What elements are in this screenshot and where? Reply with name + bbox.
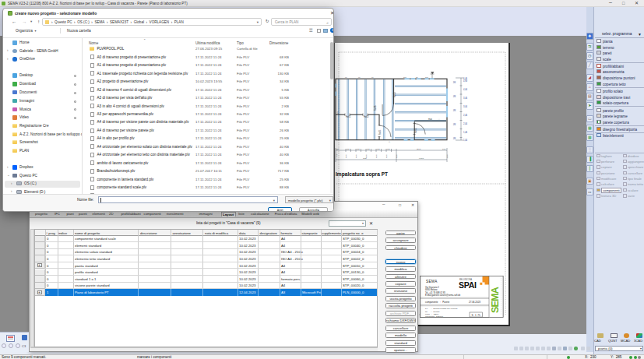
svg-text:Fw05: Fw05 xyxy=(414,128,417,133)
svg-text:4,65: 4,65 xyxy=(355,154,357,158)
svg-text:Impalcatura sopra PT: Impalcatura sopra PT xyxy=(336,171,388,178)
svg-text:4,65: 4,65 xyxy=(375,154,378,158)
svg-text:2,04: 2,04 xyxy=(463,122,468,125)
svg-text:1,46: 1,46 xyxy=(463,131,468,134)
svg-text:S : 1 75: S : 1 75 xyxy=(472,314,481,317)
svg-text:90: 90 xyxy=(358,76,361,78)
svg-text:operazione Gabriele: operazione Gabriele xyxy=(425,315,444,318)
svg-text:27.06.2023: 27.06.2023 xyxy=(469,301,480,304)
svg-text:1,04: 1,04 xyxy=(463,139,468,142)
svg-text:1,45: 1,45 xyxy=(446,154,449,158)
svg-text:C: C xyxy=(337,111,339,114)
svg-text:max: max xyxy=(428,118,433,121)
svg-text:4,65: 4,65 xyxy=(365,154,368,158)
svg-text:58: 58 xyxy=(453,95,456,97)
svg-text:componente : Parete: componente : Parete xyxy=(425,301,450,304)
svg-text:4,65: 4,65 xyxy=(345,154,347,158)
svg-text:101: 101 xyxy=(403,76,406,78)
svg-text:Tel. +41 76 688 02 85: Tel. +41 76 688 02 85 xyxy=(425,291,445,294)
svg-text:4,04: 4,04 xyxy=(463,88,468,91)
svg-text:465: 465 xyxy=(367,148,371,150)
svg-text:465: 465 xyxy=(387,148,391,150)
svg-text:SEMA: SEMA xyxy=(426,280,438,283)
svg-text:Fw06: Fw06 xyxy=(374,105,377,111)
svg-text:Fw04: Fw04 xyxy=(378,129,382,135)
svg-text:7,0: 7,0 xyxy=(336,153,338,157)
svg-text:465: 465 xyxy=(347,148,350,150)
svg-text:58: 58 xyxy=(453,123,456,125)
svg-text:90: 90 xyxy=(371,76,374,78)
svg-text:SPAI: SPAI xyxy=(459,280,477,290)
svg-text:2,46: 2,46 xyxy=(463,114,468,117)
svg-text:△: △ xyxy=(389,141,390,143)
svg-text:465: 465 xyxy=(357,148,361,150)
svg-text:90: 90 xyxy=(345,76,347,78)
svg-text:Fw01: Fw01 xyxy=(346,115,351,118)
svg-text:3,46: 3,46 xyxy=(463,97,468,100)
svg-text:Fw02: Fw02 xyxy=(364,115,369,118)
svg-text:58: 58 xyxy=(453,137,456,139)
svg-text:88: 88 xyxy=(416,76,418,78)
svg-text:Fw03: Fw03 xyxy=(393,92,396,97)
svg-text:145: 145 xyxy=(442,148,446,150)
svg-text:3,04: 3,04 xyxy=(463,105,468,108)
svg-text:SEMA: SEMA xyxy=(490,287,501,313)
svg-text:E-Mail gabriele.vanzini@sema-s: E-Mail gabriele.vanzini@sema-soft.de xyxy=(425,294,461,297)
svg-text:58: 58 xyxy=(453,109,456,111)
svg-text:4,90: 4,90 xyxy=(463,79,468,83)
svg-text:465: 465 xyxy=(377,148,381,150)
svg-text:101: 101 xyxy=(425,76,428,78)
svg-text:1540: 1540 xyxy=(417,148,421,150)
svg-text:4,65: 4,65 xyxy=(396,154,398,158)
svg-text:4,65: 4,65 xyxy=(385,154,388,158)
svg-text:6830 Melano: 6830 Melano xyxy=(425,288,438,291)
svg-text:9,240: 9,240 xyxy=(419,157,424,160)
svg-text:Via Graziano 2: Via Graziano 2 xyxy=(425,286,439,289)
svg-text:50: 50 xyxy=(453,81,456,83)
